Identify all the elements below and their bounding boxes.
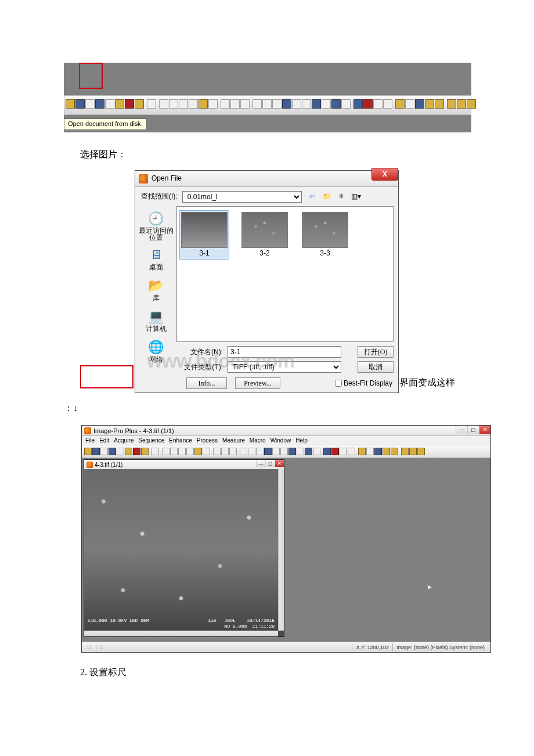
tb-icon[interactable] (100, 448, 108, 455)
preview-button[interactable]: Preview... (235, 377, 280, 389)
report-icon[interactable] (435, 99, 444, 109)
tb-icon[interactable] (248, 448, 255, 455)
tb-icon[interactable] (280, 448, 288, 455)
tb-icon[interactable] (297, 448, 304, 455)
tb-icon[interactable] (409, 448, 417, 455)
place-library[interactable]: 📂 库 (146, 276, 166, 303)
tb-icon[interactable] (170, 448, 178, 455)
contrast-icon[interactable] (262, 99, 272, 109)
rect-icon[interactable] (169, 99, 178, 109)
tb-icon[interactable] (340, 448, 347, 455)
doc-minimize-icon[interactable]: — (256, 460, 265, 467)
tb-icon[interactable] (256, 448, 264, 455)
caliper-icon[interactable] (373, 99, 383, 109)
close-icon[interactable]: X (371, 168, 398, 181)
fit-icon[interactable] (240, 99, 250, 109)
tb-icon[interactable] (162, 448, 169, 455)
tb-icon[interactable] (401, 448, 409, 455)
zoom-out-icon[interactable] (230, 99, 240, 109)
seg-icon[interactable] (312, 99, 321, 109)
lookin-select[interactable]: 0.01mol_l (182, 191, 302, 203)
db-icon[interactable] (135, 99, 144, 109)
tb-icon[interactable] (323, 448, 331, 455)
tb-icon[interactable] (194, 448, 202, 455)
trace-icon[interactable] (395, 99, 405, 109)
psc-icon[interactable] (467, 99, 476, 109)
vertical-scrollbar[interactable] (278, 469, 284, 631)
tag-icon[interactable] (405, 99, 414, 109)
open-icon[interactable] (66, 99, 75, 109)
tb-icon[interactable] (203, 448, 210, 455)
tb-icon[interactable] (151, 448, 159, 455)
tb-icon[interactable] (366, 448, 374, 455)
maximize-icon[interactable]: ▢ (467, 426, 479, 434)
tb-icon[interactable] (331, 448, 339, 455)
hist-icon[interactable] (252, 99, 262, 109)
macro-icon[interactable] (125, 99, 134, 109)
tb-icon[interactable] (84, 448, 92, 455)
tb-icon[interactable] (417, 448, 425, 455)
overlay-icon[interactable] (302, 99, 311, 109)
tb-icon[interactable] (313, 448, 320, 455)
filename-input[interactable] (228, 346, 341, 358)
zoom-in-icon[interactable] (221, 99, 230, 109)
arrow-icon[interactable] (105, 99, 114, 109)
file-thumb[interactable]: 3-1 (179, 210, 229, 260)
menu-item[interactable]: Process (197, 437, 218, 444)
grid-icon[interactable] (85, 99, 95, 109)
minimize-icon[interactable]: — (456, 426, 467, 434)
chart-icon[interactable] (353, 99, 363, 109)
tb-icon[interactable] (92, 448, 100, 455)
ellipse-icon[interactable] (179, 99, 188, 109)
tb-icon[interactable] (358, 448, 366, 455)
up-icon[interactable]: 📁 (321, 190, 333, 203)
menu-item[interactable]: Enhance (169, 437, 192, 444)
profile-icon[interactable] (415, 99, 424, 109)
newfolder-icon[interactable]: ✳ (335, 190, 348, 203)
horizontal-scrollbar[interactable] (84, 631, 278, 636)
count-icon[interactable] (322, 99, 331, 109)
palette-icon[interactable] (457, 99, 466, 109)
close-icon[interactable]: ✕ (479, 426, 490, 434)
doc-maximize-icon[interactable]: ▢ (265, 460, 275, 467)
tb-icon[interactable] (383, 448, 390, 455)
doc-titlebar[interactable]: 4-3.tif (1/1) — ▢ ✕ (84, 460, 284, 469)
menu-item[interactable]: Macro (250, 437, 266, 444)
back-icon[interactable]: ⇦ (306, 190, 319, 203)
tb-icon[interactable] (374, 448, 382, 455)
menu-item[interactable]: Measure (222, 437, 245, 444)
ring-icon[interactable] (189, 99, 198, 109)
info-button[interactable]: Info... (186, 377, 227, 389)
filetype-select[interactable]: TIFF (.tif, .tiff) (228, 361, 341, 373)
tb-icon[interactable] (117, 448, 124, 455)
data-icon[interactable] (341, 99, 351, 109)
tb-icon[interactable] (141, 448, 149, 455)
tb-icon[interactable] (186, 448, 194, 455)
tb-icon[interactable] (213, 448, 221, 455)
place-network[interactable]: 🌐 网络 (146, 338, 166, 364)
dialog-titlebar[interactable]: Open File X (135, 171, 398, 187)
freehand-icon[interactable] (199, 99, 208, 109)
menu-item[interactable]: Help (295, 437, 308, 444)
tb-icon[interactable] (272, 448, 280, 455)
filter-icon[interactable] (282, 99, 291, 109)
print-icon[interactable] (115, 99, 124, 109)
tb-icon[interactable] (229, 448, 237, 455)
menu-item[interactable]: Sequence (138, 437, 164, 444)
menu-item[interactable]: Edit (99, 437, 109, 444)
file-thumb[interactable]: 3-2 (240, 210, 290, 260)
place-recent[interactable]: 🕘 最近访问的位置 (135, 210, 176, 241)
tb-icon[interactable] (109, 448, 116, 455)
tb-icon[interactable] (264, 448, 272, 455)
file-thumb[interactable]: 3-3 (300, 210, 350, 260)
undo-icon[interactable] (147, 99, 156, 109)
cal-icon[interactable] (425, 99, 434, 109)
menu-item[interactable]: Acquire (114, 437, 134, 444)
open-button[interactable]: 打开(O) (358, 346, 394, 358)
tb-icon[interactable] (305, 448, 312, 455)
save-icon[interactable] (75, 99, 85, 109)
view-icon[interactable]: ▥▾ (350, 190, 362, 203)
tb-icon[interactable] (125, 448, 132, 455)
sort-icon[interactable] (331, 99, 341, 109)
menu-item[interactable]: Window (270, 437, 291, 444)
